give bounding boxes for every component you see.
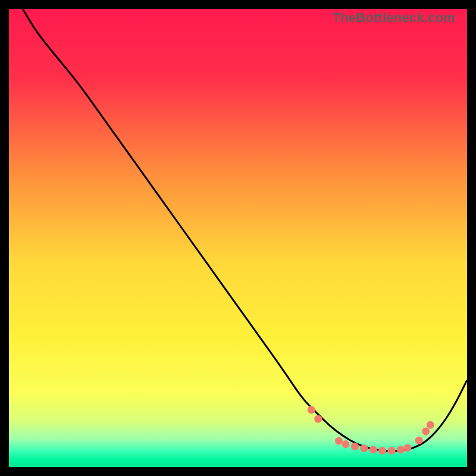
- sweet-spot-dot: [397, 446, 405, 453]
- sweet-spot-dot: [378, 447, 386, 455]
- sweet-spot-dot: [360, 444, 368, 452]
- sweet-spot-dot: [427, 421, 434, 429]
- chart-svg: [9, 9, 467, 467]
- sweet-spot-dot: [342, 440, 349, 448]
- sweet-spot-dot: [351, 443, 359, 450]
- sweet-spot-dot: [422, 427, 430, 435]
- sweet-spot-dot: [415, 437, 423, 444]
- chart-frame: TheBottleneck.com: [9, 9, 467, 467]
- sweet-spot-dot: [335, 437, 343, 445]
- gradient-background: [9, 9, 467, 467]
- sweet-spot-dot: [314, 415, 322, 423]
- sweet-spot-dot: [369, 446, 377, 453]
- sweet-spot-dot: [308, 406, 315, 414]
- sweet-spot-dot: [387, 447, 395, 455]
- sweet-spot-dot: [403, 444, 411, 452]
